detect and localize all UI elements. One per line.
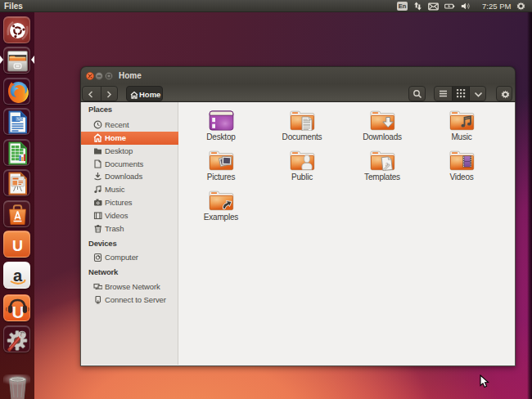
svg-text:U: U: [11, 303, 24, 321]
svg-text:a: a: [13, 267, 23, 285]
svg-text:U: U: [12, 238, 23, 254]
